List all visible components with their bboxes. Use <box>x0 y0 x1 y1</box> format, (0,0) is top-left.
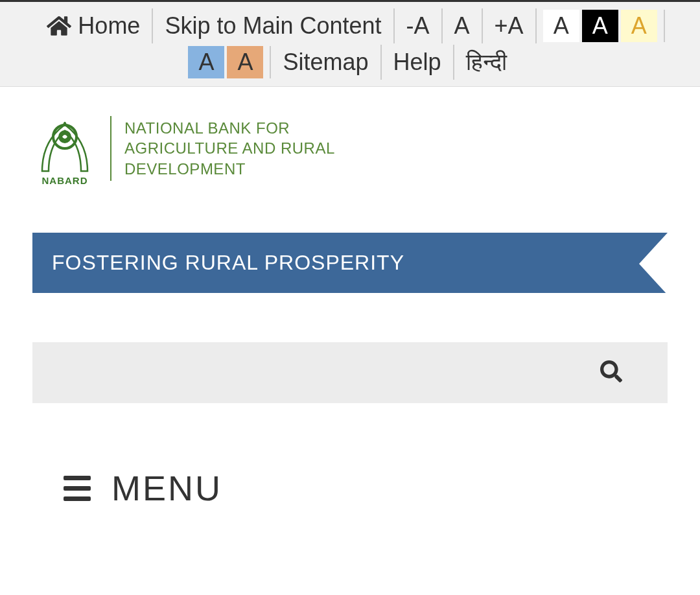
theme-orange-button[interactable]: A <box>227 46 263 78</box>
search-icon[interactable] <box>600 360 622 385</box>
search-wrapper <box>0 342 700 403</box>
font-decrease-button[interactable]: -A <box>395 8 443 43</box>
hamburger-icon <box>64 476 91 501</box>
svg-text:NABARD: NABARD <box>42 175 88 186</box>
theme-group-2: A A <box>181 46 271 78</box>
theme-white-button[interactable]: A <box>543 10 579 42</box>
logo-line3: DEVELOPMENT <box>124 159 335 179</box>
banner-wrapper: FOSTERING RURAL PROSPERITY <box>0 233 700 293</box>
menu-label: MENU <box>111 468 222 508</box>
search-box[interactable] <box>32 342 668 403</box>
header-section: NABARD NATIONAL BANK FOR AGRICULTURE AND… <box>0 87 700 200</box>
home-label: Home <box>78 8 140 43</box>
sitemap-link[interactable]: Sitemap <box>271 45 381 80</box>
help-link[interactable]: Help <box>382 45 454 80</box>
theme-yellow-button[interactable]: A <box>621 10 657 42</box>
theme-black-button[interactable]: A <box>582 10 618 42</box>
logo-wrapper: NABARD NATIONAL BANK FOR AGRICULTURE AND… <box>32 110 668 187</box>
accessibility-bar: Home Skip to Main Content -A A +A A A A … <box>0 2 700 87</box>
skip-to-main-link[interactable]: Skip to Main Content <box>153 8 394 43</box>
font-normal-button[interactable]: A <box>443 8 483 43</box>
menu-wrapper: MENU <box>0 468 700 508</box>
menu-toggle[interactable]: MENU <box>32 468 668 508</box>
tagline-text: FOSTERING RURAL PROSPERITY <box>52 251 404 274</box>
theme-group-1: A A A <box>537 10 665 42</box>
home-icon <box>47 15 71 37</box>
language-toggle[interactable]: हिन्दी <box>454 45 519 80</box>
logo-fullname: NATIONAL BANK FOR AGRICULTURE AND RURAL … <box>124 118 335 179</box>
tagline-banner: FOSTERING RURAL PROSPERITY <box>32 233 668 293</box>
home-link[interactable]: Home <box>35 8 153 43</box>
logo-line2: AGRICULTURE AND RURAL <box>124 138 335 158</box>
logo-divider <box>110 116 111 181</box>
font-increase-button[interactable]: +A <box>483 8 537 43</box>
theme-blue-button[interactable]: A <box>188 46 224 78</box>
nabard-logo-icon: NABARD <box>32 110 97 187</box>
logo-line1: NATIONAL BANK FOR <box>124 118 335 138</box>
